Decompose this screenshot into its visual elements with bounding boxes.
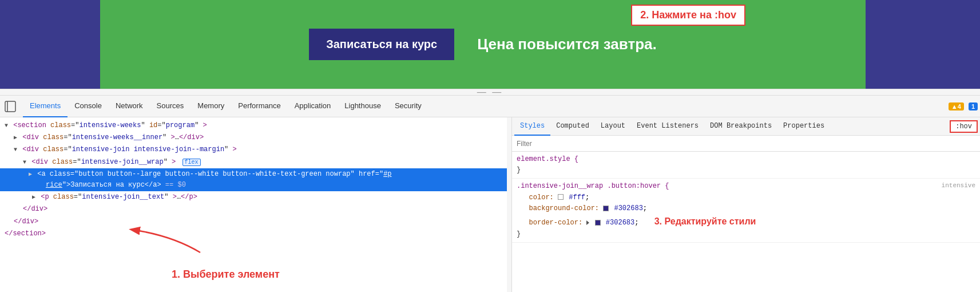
banner-price-text: Цена повысится завтра. [477,35,657,53]
elements-panel: ▼ <section class="intensive-weeks" id="p… [0,117,512,292]
hov-button[interactable]: :hov [950,120,978,133]
hover-selector-line: .intensive-join__wrap .button:hover { in… [517,181,975,192]
tab-application[interactable]: Application [288,96,338,117]
styles-tab-layout[interactable]: Layout [595,117,631,136]
elem-line-section-close: </section> [0,228,511,240]
styles-tab-styles[interactable]: Styles [514,117,550,136]
devtools-content: ▼ <section class="intensive-weeks" id="p… [0,117,980,292]
elem-line-section: ▼ <section class="intensive-weeks" id="p… [0,120,511,132]
triangle-section[interactable]: ▼ [5,123,8,129]
elem-line-a[interactable]: ▶ <a class="button button--large button-… [0,168,511,191]
annotation-label-1: 1. Выберите элемент [172,269,280,281]
tab-sources[interactable]: Sources [150,96,191,117]
annotation3-inline: 3. Редактируйте стили [643,214,756,229]
tab-security[interactable]: Security [388,96,428,117]
devtools-icon [2,98,18,115]
source-hint: intensive [942,181,975,191]
style-block-hover: .intensive-join__wrap .button:hover { in… [512,179,980,242]
banner-left [0,0,100,89]
elem-line-inner: ▶ <div class="intensive-weeks__inner" >…… [0,132,511,144]
filter-input[interactable] [517,140,975,148]
color-swatch-fff [558,194,564,200]
hover-rule-border: border-color: #302683; 3. Редактируйте с… [517,214,975,229]
annotation-hov: 2. Нажмите на :hov [631,5,745,26]
triangle-a[interactable]: ▶ [29,171,32,177]
styles-tab-properties[interactable]: Properties [777,117,830,136]
info-badge: 1 [969,102,978,111]
styles-tabs-bar: Styles Computed Layout Event Listeners D… [512,117,980,136]
element-style-selector: element.style { [517,154,975,165]
styles-panel: Styles Computed Layout Event Listeners D… [512,117,980,292]
tab-network[interactable]: Network [109,96,150,117]
hov-button-container: :hov [950,120,978,133]
banner-area: Записаться на курс Цена повысится завтра… [0,0,980,89]
style-block-element: element.style { } [512,152,980,179]
triangle-join[interactable]: ▼ [14,147,17,153]
devtools-tabs-bar: Elements Console Network Sources Memory … [0,96,980,117]
element-style-close: } [517,165,975,176]
elem-line-join: ▼ <div class="intensive-join intensive-j… [0,144,511,156]
hover-rule-bg: background-color: #302683; [517,203,975,214]
tab-memory[interactable]: Memory [191,96,231,117]
elem-line-div-close1: </div> [0,203,511,215]
color-swatch-bg [603,206,609,211]
banner-right [866,0,980,89]
devtools-right-badges: ▲4 1 [949,102,978,111]
warning-badge: ▲4 [949,102,964,111]
elem-line-div-close2: </div> [0,216,511,228]
scroll-indicator[interactable] [507,117,511,292]
triangle-p[interactable]: ▶ [32,194,35,200]
color-swatch-border [595,220,601,226]
annotation-label-3: 3. Редактируйте стили [654,216,756,226]
banner-main: Записаться на курс Цена повысится завтра… [100,0,866,89]
hover-close: } [517,229,975,240]
triangle-wrap[interactable]: ▼ [23,159,26,165]
flex-badge: flex [182,159,201,166]
triangle-icon [586,220,589,225]
filter-bar [512,136,980,152]
styles-tab-event-listeners[interactable]: Event Listeners [631,117,704,136]
tab-elements[interactable]: Elements [23,96,68,117]
elem-line-p: ▶ <p class="intensive-join__text" >…</p> [0,191,511,203]
elem-line-wrap: ▼ <div class="intensive-join__wrap" > fl… [0,156,511,168]
tab-console[interactable]: Console [68,96,109,117]
enroll-button[interactable]: Записаться на курс [309,29,454,60]
tab-lighthouse[interactable]: Lighthouse [338,96,388,117]
resize-handle[interactable]: — — [0,89,980,96]
triangle-inner[interactable]: ▶ [14,135,17,141]
tab-performance[interactable]: Performance [231,96,287,117]
svg-rect-0 [5,101,15,112]
hover-rule-color: color: #fff; [517,192,975,203]
styles-tab-dom-breakpoints[interactable]: DOM Breakpoints [704,117,777,136]
styles-tab-computed[interactable]: Computed [550,117,595,136]
